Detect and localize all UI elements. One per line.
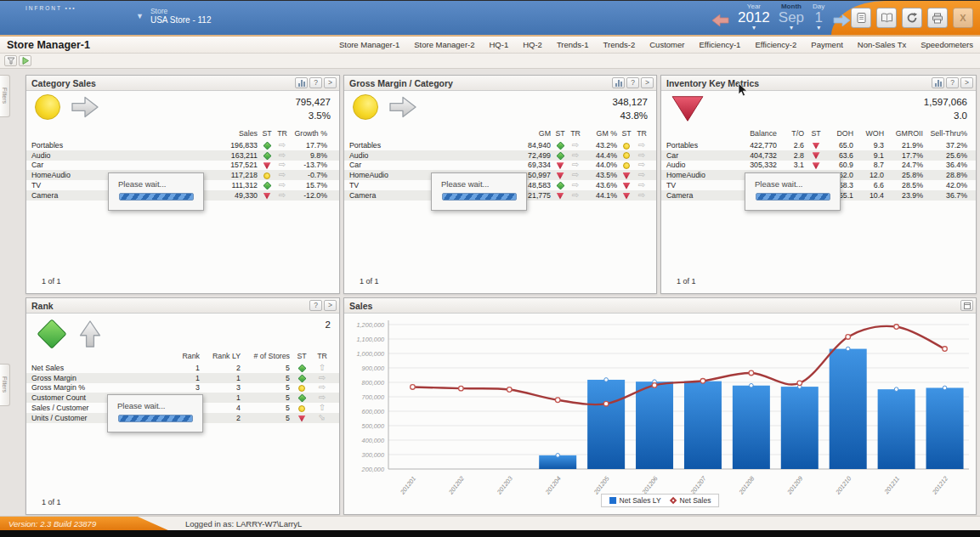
prev-period-button[interactable] bbox=[712, 14, 729, 30]
year-selector[interactable]: Year 2012 ▾ bbox=[738, 3, 770, 31]
please-wait-dialog: Please wait... bbox=[108, 172, 204, 211]
pager[interactable]: 1 of 1 bbox=[42, 498, 61, 506]
status-green-icon bbox=[556, 142, 564, 150]
column-header: ST bbox=[259, 129, 275, 138]
next-period-button[interactable] bbox=[833, 14, 850, 30]
tab-link-hq-2[interactable]: HQ-2 bbox=[523, 40, 542, 49]
chart-view-button[interactable] bbox=[612, 77, 625, 88]
value-cell: 69,334 bbox=[501, 161, 552, 169]
expand-button[interactable]: > bbox=[324, 77, 337, 88]
tab-link-efficiency-2[interactable]: Efficiency-2 bbox=[755, 40, 796, 49]
value-cell: 305,332 bbox=[729, 161, 779, 169]
value-cell: 44.1% bbox=[583, 191, 619, 200]
table-row-audio[interactable]: Audio72,499⇨44.4%⇨ bbox=[344, 150, 656, 161]
chart-view-button[interactable] bbox=[932, 77, 944, 88]
day-dropdown-icon: ▾ bbox=[813, 25, 824, 31]
tab-link-store-manager-2[interactable]: Store Manager-2 bbox=[414, 40, 474, 49]
status-yellow-icon bbox=[263, 172, 270, 179]
tab-link-trends-1[interactable]: Trends-1 bbox=[557, 40, 589, 49]
row-label: Portables bbox=[661, 141, 729, 150]
value-cell: 42.0% bbox=[925, 181, 969, 189]
table-row-audio[interactable]: Audio163,211⇨9.8% bbox=[26, 150, 339, 161]
window-bottom-edge bbox=[0, 530, 980, 537]
status-yellow-icon bbox=[353, 94, 378, 120]
help-button[interactable]: ? bbox=[946, 77, 959, 88]
expand-button[interactable]: > bbox=[960, 77, 973, 88]
status-red-icon bbox=[813, 162, 820, 169]
tab-link-speedometers[interactable]: Speedometers bbox=[921, 40, 973, 49]
tab-link-store-manager-1[interactable]: Store Manager-1 bbox=[339, 40, 399, 49]
table-row-portables[interactable]: Portables422,7702.665.09.321.9%37.2% bbox=[661, 140, 976, 150]
panel-totals: 2 bbox=[326, 318, 331, 331]
row-label: Gross Margin bbox=[26, 374, 167, 382]
value-cell: 196,833 bbox=[200, 141, 259, 150]
run-button[interactable] bbox=[19, 55, 31, 66]
tab-link-efficiency-1[interactable]: Efficiency-1 bbox=[699, 40, 740, 49]
column-headers: GMSTTRGM %STTR bbox=[344, 128, 656, 138]
panel-title: Category Sales bbox=[31, 78, 293, 88]
filters-pane-tab-bottom[interactable]: Filters bbox=[0, 364, 10, 406]
panel-inventory-header: Inventory Key Metrics ? > bbox=[661, 76, 976, 91]
tab-link-hq-1[interactable]: HQ-1 bbox=[490, 40, 509, 49]
status-cell bbox=[292, 393, 312, 402]
trend-right-arrow-icon: ⇨ bbox=[319, 393, 326, 402]
status-cell bbox=[292, 374, 312, 382]
window-button[interactable] bbox=[960, 300, 973, 311]
chart-view-button[interactable] bbox=[295, 77, 308, 88]
month-selector[interactable]: Month Sep ▾ bbox=[779, 3, 804, 31]
store-selector[interactable]: ▼ Store USA Store - 112 bbox=[136, 7, 211, 25]
value-cell: 44.0% bbox=[583, 161, 619, 169]
value-cell: 157,521 bbox=[200, 161, 259, 169]
table-row-portables[interactable]: Portables196,833⇨17.7% bbox=[26, 140, 339, 150]
status-yellow-icon bbox=[298, 385, 305, 392]
table-row-portables[interactable]: Portables84,940⇨43.2%⇨ bbox=[344, 140, 656, 150]
column-header: GM % bbox=[583, 129, 619, 138]
filters-pane-tab-top[interactable]: Filters bbox=[0, 75, 10, 117]
status-yellow-icon bbox=[623, 152, 630, 159]
column-header: ST bbox=[619, 129, 634, 138]
trend-right-arrow-icon: ⇨ bbox=[572, 151, 579, 160]
day-selector[interactable]: Day 1 ▾ bbox=[813, 3, 824, 31]
table-row-gross-margin[interactable]: Gross Margin115⇨ bbox=[26, 373, 339, 383]
column-header: Rank LY bbox=[201, 352, 242, 360]
column-header: GM bbox=[501, 129, 552, 138]
expand-button[interactable]: > bbox=[641, 77, 654, 88]
notes-icon bbox=[856, 12, 867, 24]
help-button[interactable]: ? bbox=[626, 77, 639, 88]
table-row-car[interactable]: Car404,7322.863.69.117.7%25.6% bbox=[661, 150, 976, 161]
column-headers: BalanceT/OSTDOHWOHGMROIISell-Thru% bbox=[661, 128, 976, 138]
app-logo: profitbase INFRONT ▪▪▪ bbox=[25, 5, 76, 11]
filter-button[interactable] bbox=[4, 55, 17, 66]
value-cell: 21.9% bbox=[886, 141, 925, 150]
table-row-audio[interactable]: Audio305,3323.160.98.724.7%36.4% bbox=[661, 161, 976, 171]
status-red-icon bbox=[813, 143, 820, 150]
table-row-car[interactable]: Car69,334⇨44.0%⇨ bbox=[344, 161, 656, 171]
notes-button[interactable] bbox=[851, 8, 871, 28]
expand-button[interactable]: > bbox=[324, 300, 337, 311]
value-cell: 422,770 bbox=[729, 141, 779, 150]
status-cell bbox=[259, 191, 275, 200]
progress-bar bbox=[118, 415, 193, 422]
help-button[interactable]: ? bbox=[309, 300, 322, 311]
refresh-button[interactable] bbox=[902, 8, 922, 28]
value-cell: 1 bbox=[201, 374, 242, 382]
value-cell: 1 bbox=[201, 393, 242, 402]
print-button[interactable] bbox=[927, 8, 948, 28]
tab-link-non-sales-tx[interactable]: Non-Sales Tx bbox=[858, 40, 906, 49]
table-row-gross-margin-[interactable]: Gross Margin %335⇨ bbox=[26, 383, 339, 393]
tab-link-payment[interactable]: Payment bbox=[811, 40, 843, 49]
export-excel-button[interactable]: X bbox=[953, 8, 973, 28]
table-row-net-sales[interactable]: Net Sales125⇧ bbox=[26, 363, 339, 373]
pager[interactable]: 1 of 1 bbox=[42, 277, 61, 285]
tab-link-trends-2[interactable]: Trends-2 bbox=[603, 40, 636, 49]
book-button[interactable] bbox=[876, 8, 897, 28]
panel-title: Inventory Key Metrics bbox=[666, 78, 930, 88]
tab-link-customer[interactable]: Customer bbox=[649, 40, 684, 49]
value-cell: 24.7% bbox=[886, 161, 925, 169]
trend-cell: ⇨ bbox=[312, 374, 332, 382]
please-wait-dialog: Please wait... bbox=[107, 394, 203, 432]
pager[interactable]: 1 of 1 bbox=[677, 277, 696, 285]
help-button[interactable]: ? bbox=[309, 77, 322, 88]
table-row-car[interactable]: Car157,521⇨-13.7% bbox=[26, 161, 339, 171]
pager[interactable]: 1 of 1 bbox=[360, 277, 379, 285]
